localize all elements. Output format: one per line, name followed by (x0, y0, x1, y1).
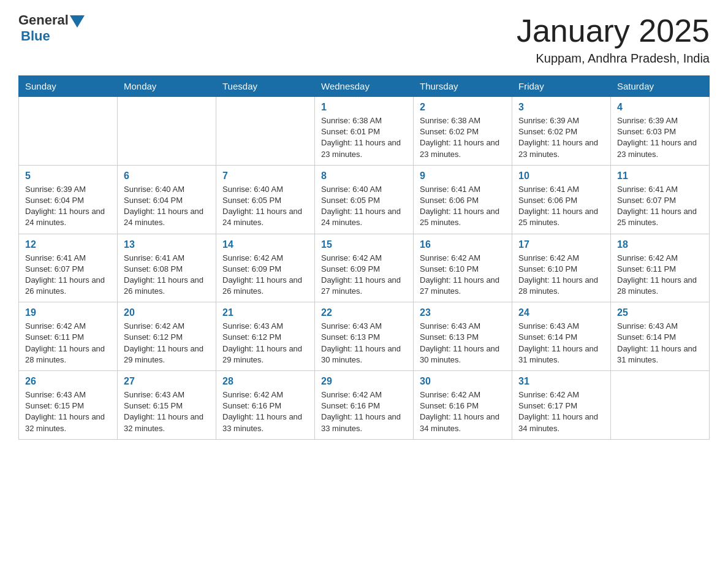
day-number: 1 (321, 102, 407, 113)
day-info: Sunrise: 6:41 AMSunset: 6:06 PMDaylight:… (420, 184, 506, 229)
day-number: 3 (518, 102, 604, 113)
day-info: Sunrise: 6:43 AMSunset: 6:15 PMDaylight:… (124, 389, 210, 434)
calendar-cell: 21Sunrise: 6:43 AMSunset: 6:12 PMDayligh… (216, 302, 315, 371)
day-number: 19 (25, 307, 111, 318)
day-info: Sunrise: 6:41 AMSunset: 6:07 PMDaylight:… (617, 184, 703, 229)
logo: General Blue (18, 12, 85, 44)
day-info: Sunrise: 6:43 AMSunset: 6:14 PMDaylight:… (518, 321, 604, 366)
day-number: 16 (420, 239, 506, 250)
day-info: Sunrise: 6:42 AMSunset: 6:09 PMDaylight:… (222, 253, 308, 297)
day-info: Sunrise: 6:42 AMSunset: 6:11 PMDaylight:… (25, 321, 111, 366)
day-number: 29 (321, 376, 407, 387)
day-number: 23 (420, 307, 506, 318)
day-info: Sunrise: 6:41 AMSunset: 6:06 PMDaylight:… (518, 184, 604, 229)
day-info: Sunrise: 6:43 AMSunset: 6:13 PMDaylight:… (321, 321, 407, 366)
day-info: Sunrise: 6:41 AMSunset: 6:07 PMDaylight:… (25, 253, 111, 297)
calendar-cell: 7Sunrise: 6:40 AMSunset: 6:05 PMDaylight… (216, 165, 315, 234)
calendar-cell: 6Sunrise: 6:40 AMSunset: 6:04 PMDaylight… (118, 165, 216, 234)
day-info: Sunrise: 6:42 AMSunset: 6:10 PMDaylight:… (420, 253, 506, 297)
logo-blue-text: Blue (21, 28, 50, 44)
day-info: Sunrise: 6:42 AMSunset: 6:10 PMDaylight:… (518, 253, 604, 297)
calendar-cell: 3Sunrise: 6:39 AMSunset: 6:02 PMDaylight… (512, 97, 611, 166)
calendar-cell: 2Sunrise: 6:38 AMSunset: 6:02 PMDaylight… (414, 97, 512, 166)
calendar-cell: 17Sunrise: 6:42 AMSunset: 6:10 PMDayligh… (512, 234, 611, 302)
calendar-cell: 9Sunrise: 6:41 AMSunset: 6:06 PMDaylight… (414, 165, 512, 234)
day-number: 14 (222, 239, 308, 250)
day-number: 26 (25, 376, 111, 387)
calendar-cell: 25Sunrise: 6:43 AMSunset: 6:14 PMDayligh… (611, 302, 710, 371)
day-info: Sunrise: 6:43 AMSunset: 6:14 PMDaylight:… (617, 321, 703, 366)
day-info: Sunrise: 6:42 AMSunset: 6:16 PMDaylight:… (420, 389, 506, 434)
calendar-week-row: 5Sunrise: 6:39 AMSunset: 6:04 PMDaylight… (19, 165, 710, 234)
day-info: Sunrise: 6:42 AMSunset: 6:17 PMDaylight:… (518, 389, 604, 434)
calendar-cell (611, 371, 710, 440)
calendar-cell: 29Sunrise: 6:42 AMSunset: 6:16 PMDayligh… (315, 371, 414, 440)
calendar-cell: 20Sunrise: 6:42 AMSunset: 6:12 PMDayligh… (118, 302, 216, 371)
weekday-header-tuesday: Tuesday (216, 76, 315, 97)
calendar-cell: 10Sunrise: 6:41 AMSunset: 6:06 PMDayligh… (512, 165, 611, 234)
calendar-week-row: 12Sunrise: 6:41 AMSunset: 6:07 PMDayligh… (19, 234, 710, 302)
day-number: 25 (617, 307, 703, 318)
weekday-header-friday: Friday (512, 76, 611, 97)
day-number: 24 (518, 307, 604, 318)
calendar-cell: 24Sunrise: 6:43 AMSunset: 6:14 PMDayligh… (512, 302, 611, 371)
calendar-cell: 18Sunrise: 6:42 AMSunset: 6:11 PMDayligh… (611, 234, 710, 302)
day-number: 21 (222, 307, 308, 318)
day-info: Sunrise: 6:42 AMSunset: 6:11 PMDaylight:… (617, 253, 703, 297)
day-info: Sunrise: 6:39 AMSunset: 6:03 PMDaylight:… (617, 115, 703, 160)
logo-general-text: General (18, 12, 69, 28)
calendar-week-row: 26Sunrise: 6:43 AMSunset: 6:15 PMDayligh… (19, 371, 710, 440)
weekday-header-saturday: Saturday (611, 76, 710, 97)
day-number: 9 (420, 170, 506, 182)
day-info: Sunrise: 6:40 AMSunset: 6:05 PMDaylight:… (321, 184, 407, 229)
calendar-cell: 31Sunrise: 6:42 AMSunset: 6:17 PMDayligh… (512, 371, 611, 440)
day-number: 27 (124, 376, 210, 387)
weekday-header-row: SundayMondayTuesdayWednesdayThursdayFrid… (19, 76, 710, 97)
day-info: Sunrise: 6:43 AMSunset: 6:13 PMDaylight:… (420, 321, 506, 366)
month-title: January 2025 (517, 12, 710, 49)
weekday-header-monday: Monday (118, 76, 216, 97)
calendar-cell: 19Sunrise: 6:42 AMSunset: 6:11 PMDayligh… (19, 302, 118, 371)
day-number: 5 (25, 170, 111, 182)
calendar-cell: 22Sunrise: 6:43 AMSunset: 6:13 PMDayligh… (315, 302, 414, 371)
calendar-cell: 5Sunrise: 6:39 AMSunset: 6:04 PMDaylight… (19, 165, 118, 234)
location-title: Kuppam, Andhra Pradesh, India (517, 52, 710, 66)
calendar-cell: 14Sunrise: 6:42 AMSunset: 6:09 PMDayligh… (216, 234, 315, 302)
weekday-header-wednesday: Wednesday (315, 76, 414, 97)
day-number: 2 (420, 102, 506, 113)
calendar-cell: 15Sunrise: 6:42 AMSunset: 6:09 PMDayligh… (315, 234, 414, 302)
day-info: Sunrise: 6:42 AMSunset: 6:12 PMDaylight:… (124, 321, 210, 366)
calendar-cell: 8Sunrise: 6:40 AMSunset: 6:05 PMDaylight… (315, 165, 414, 234)
day-info: Sunrise: 6:42 AMSunset: 6:16 PMDaylight:… (321, 389, 407, 434)
calendar-cell (19, 97, 118, 166)
calendar-cell: 4Sunrise: 6:39 AMSunset: 6:03 PMDaylight… (611, 97, 710, 166)
day-number: 8 (321, 170, 407, 182)
weekday-header-sunday: Sunday (19, 76, 118, 97)
day-info: Sunrise: 6:42 AMSunset: 6:16 PMDaylight:… (222, 389, 308, 434)
calendar-cell: 13Sunrise: 6:41 AMSunset: 6:08 PMDayligh… (118, 234, 216, 302)
day-info: Sunrise: 6:38 AMSunset: 6:02 PMDaylight:… (420, 115, 506, 160)
day-number: 17 (518, 239, 604, 250)
day-number: 15 (321, 239, 407, 250)
day-info: Sunrise: 6:40 AMSunset: 6:05 PMDaylight:… (222, 184, 308, 229)
calendar-cell: 28Sunrise: 6:42 AMSunset: 6:16 PMDayligh… (216, 371, 315, 440)
calendar-cell (216, 97, 315, 166)
day-number: 11 (617, 170, 703, 182)
day-info: Sunrise: 6:39 AMSunset: 6:02 PMDaylight:… (518, 115, 604, 160)
day-number: 12 (25, 239, 111, 250)
day-number: 18 (617, 239, 703, 250)
calendar-cell: 1Sunrise: 6:38 AMSunset: 6:01 PMDaylight… (315, 97, 414, 166)
day-number: 31 (518, 376, 604, 387)
calendar-cell: 23Sunrise: 6:43 AMSunset: 6:13 PMDayligh… (414, 302, 512, 371)
calendar-cell: 30Sunrise: 6:42 AMSunset: 6:16 PMDayligh… (414, 371, 512, 440)
day-number: 13 (124, 239, 210, 250)
day-info: Sunrise: 6:39 AMSunset: 6:04 PMDaylight:… (25, 184, 111, 229)
calendar-cell: 11Sunrise: 6:41 AMSunset: 6:07 PMDayligh… (611, 165, 710, 234)
day-number: 6 (124, 170, 210, 182)
day-info: Sunrise: 6:38 AMSunset: 6:01 PMDaylight:… (321, 115, 407, 160)
calendar-cell: 12Sunrise: 6:41 AMSunset: 6:07 PMDayligh… (19, 234, 118, 302)
calendar-cell: 27Sunrise: 6:43 AMSunset: 6:15 PMDayligh… (118, 371, 216, 440)
title-area: January 2025 Kuppam, Andhra Pradesh, Ind… (517, 12, 710, 66)
day-number: 30 (420, 376, 506, 387)
day-info: Sunrise: 6:43 AMSunset: 6:12 PMDaylight:… (222, 321, 308, 366)
